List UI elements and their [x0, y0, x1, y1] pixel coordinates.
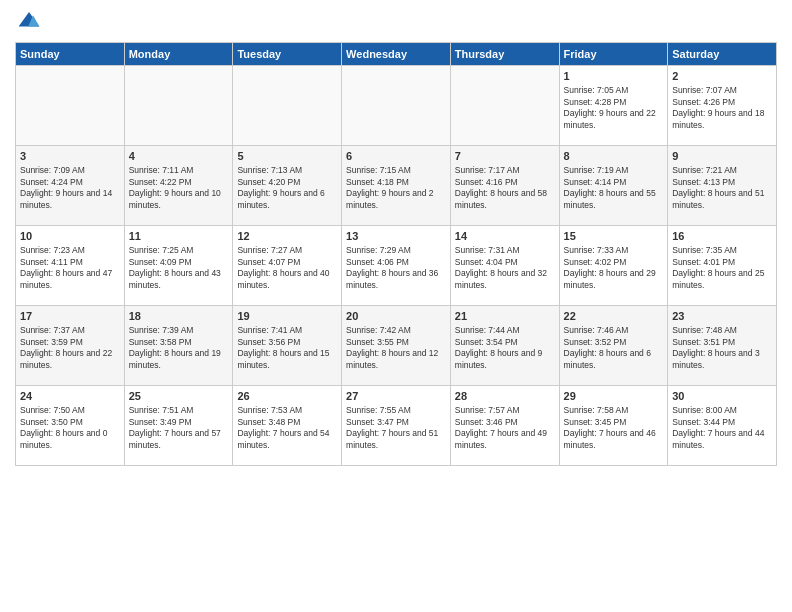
day-info: Sunrise: 7:23 AM Sunset: 4:11 PM Dayligh…: [20, 245, 120, 291]
day-number: 21: [455, 309, 555, 323]
day-cell: 1Sunrise: 7:05 AM Sunset: 4:28 PM Daylig…: [559, 66, 668, 146]
day-cell: 17Sunrise: 7:37 AM Sunset: 3:59 PM Dayli…: [16, 306, 125, 386]
day-cell: [124, 66, 233, 146]
day-number: 23: [672, 309, 772, 323]
week-row-3: 10Sunrise: 7:23 AM Sunset: 4:11 PM Dayli…: [16, 226, 777, 306]
day-info: Sunrise: 7:55 AM Sunset: 3:47 PM Dayligh…: [346, 405, 446, 451]
day-number: 7: [455, 149, 555, 163]
day-cell: 15Sunrise: 7:33 AM Sunset: 4:02 PM Dayli…: [559, 226, 668, 306]
header-cell-thursday: Thursday: [450, 43, 559, 66]
day-info: Sunrise: 7:39 AM Sunset: 3:58 PM Dayligh…: [129, 325, 229, 371]
day-info: Sunrise: 7:51 AM Sunset: 3:49 PM Dayligh…: [129, 405, 229, 451]
day-cell: [16, 66, 125, 146]
day-cell: 16Sunrise: 7:35 AM Sunset: 4:01 PM Dayli…: [668, 226, 777, 306]
day-number: 5: [237, 149, 337, 163]
day-number: 28: [455, 389, 555, 403]
day-info: Sunrise: 7:31 AM Sunset: 4:04 PM Dayligh…: [455, 245, 555, 291]
day-number: 4: [129, 149, 229, 163]
day-cell: 29Sunrise: 7:58 AM Sunset: 3:45 PM Dayli…: [559, 386, 668, 466]
day-info: Sunrise: 7:42 AM Sunset: 3:55 PM Dayligh…: [346, 325, 446, 371]
day-cell: 5Sunrise: 7:13 AM Sunset: 4:20 PM Daylig…: [233, 146, 342, 226]
day-number: 25: [129, 389, 229, 403]
day-cell: 25Sunrise: 7:51 AM Sunset: 3:49 PM Dayli…: [124, 386, 233, 466]
day-cell: [342, 66, 451, 146]
header-cell-friday: Friday: [559, 43, 668, 66]
day-info: Sunrise: 7:53 AM Sunset: 3:48 PM Dayligh…: [237, 405, 337, 451]
day-info: Sunrise: 7:27 AM Sunset: 4:07 PM Dayligh…: [237, 245, 337, 291]
day-info: Sunrise: 7:11 AM Sunset: 4:22 PM Dayligh…: [129, 165, 229, 211]
day-info: Sunrise: 7:35 AM Sunset: 4:01 PM Dayligh…: [672, 245, 772, 291]
day-cell: 3Sunrise: 7:09 AM Sunset: 4:24 PM Daylig…: [16, 146, 125, 226]
day-info: Sunrise: 7:58 AM Sunset: 3:45 PM Dayligh…: [564, 405, 664, 451]
day-number: 15: [564, 229, 664, 243]
week-row-2: 3Sunrise: 7:09 AM Sunset: 4:24 PM Daylig…: [16, 146, 777, 226]
day-info: Sunrise: 7:17 AM Sunset: 4:16 PM Dayligh…: [455, 165, 555, 211]
day-cell: 27Sunrise: 7:55 AM Sunset: 3:47 PM Dayli…: [342, 386, 451, 466]
day-number: 8: [564, 149, 664, 163]
day-cell: 9Sunrise: 7:21 AM Sunset: 4:13 PM Daylig…: [668, 146, 777, 226]
day-number: 18: [129, 309, 229, 323]
day-cell: 13Sunrise: 7:29 AM Sunset: 4:06 PM Dayli…: [342, 226, 451, 306]
day-cell: 21Sunrise: 7:44 AM Sunset: 3:54 PM Dayli…: [450, 306, 559, 386]
day-cell: 23Sunrise: 7:48 AM Sunset: 3:51 PM Dayli…: [668, 306, 777, 386]
day-cell: [233, 66, 342, 146]
day-cell: 2Sunrise: 7:07 AM Sunset: 4:26 PM Daylig…: [668, 66, 777, 146]
day-cell: 10Sunrise: 7:23 AM Sunset: 4:11 PM Dayli…: [16, 226, 125, 306]
day-cell: 12Sunrise: 7:27 AM Sunset: 4:07 PM Dayli…: [233, 226, 342, 306]
day-number: 9: [672, 149, 772, 163]
day-info: Sunrise: 8:00 AM Sunset: 3:44 PM Dayligh…: [672, 405, 772, 451]
day-info: Sunrise: 7:29 AM Sunset: 4:06 PM Dayligh…: [346, 245, 446, 291]
day-info: Sunrise: 7:46 AM Sunset: 3:52 PM Dayligh…: [564, 325, 664, 371]
day-number: 26: [237, 389, 337, 403]
day-number: 16: [672, 229, 772, 243]
header: [15, 10, 777, 34]
day-cell: 6Sunrise: 7:15 AM Sunset: 4:18 PM Daylig…: [342, 146, 451, 226]
week-row-1: 1Sunrise: 7:05 AM Sunset: 4:28 PM Daylig…: [16, 66, 777, 146]
header-cell-wednesday: Wednesday: [342, 43, 451, 66]
day-cell: 22Sunrise: 7:46 AM Sunset: 3:52 PM Dayli…: [559, 306, 668, 386]
day-cell: 11Sunrise: 7:25 AM Sunset: 4:09 PM Dayli…: [124, 226, 233, 306]
day-cell: 28Sunrise: 7:57 AM Sunset: 3:46 PM Dayli…: [450, 386, 559, 466]
logo-icon: [17, 10, 41, 30]
day-number: 17: [20, 309, 120, 323]
day-info: Sunrise: 7:21 AM Sunset: 4:13 PM Dayligh…: [672, 165, 772, 211]
day-info: Sunrise: 7:41 AM Sunset: 3:56 PM Dayligh…: [237, 325, 337, 371]
day-cell: 30Sunrise: 8:00 AM Sunset: 3:44 PM Dayli…: [668, 386, 777, 466]
day-number: 3: [20, 149, 120, 163]
day-info: Sunrise: 7:07 AM Sunset: 4:26 PM Dayligh…: [672, 85, 772, 131]
header-cell-monday: Monday: [124, 43, 233, 66]
day-cell: 24Sunrise: 7:50 AM Sunset: 3:50 PM Dayli…: [16, 386, 125, 466]
day-info: Sunrise: 7:13 AM Sunset: 4:20 PM Dayligh…: [237, 165, 337, 211]
day-number: 14: [455, 229, 555, 243]
logo: [15, 10, 41, 34]
day-info: Sunrise: 7:05 AM Sunset: 4:28 PM Dayligh…: [564, 85, 664, 131]
day-number: 27: [346, 389, 446, 403]
header-cell-saturday: Saturday: [668, 43, 777, 66]
day-number: 2: [672, 69, 772, 83]
day-cell: 7Sunrise: 7:17 AM Sunset: 4:16 PM Daylig…: [450, 146, 559, 226]
day-info: Sunrise: 7:19 AM Sunset: 4:14 PM Dayligh…: [564, 165, 664, 211]
day-cell: 19Sunrise: 7:41 AM Sunset: 3:56 PM Dayli…: [233, 306, 342, 386]
day-number: 22: [564, 309, 664, 323]
day-info: Sunrise: 7:15 AM Sunset: 4:18 PM Dayligh…: [346, 165, 446, 211]
day-number: 29: [564, 389, 664, 403]
day-number: 12: [237, 229, 337, 243]
day-number: 11: [129, 229, 229, 243]
day-number: 20: [346, 309, 446, 323]
header-row: SundayMondayTuesdayWednesdayThursdayFrid…: [16, 43, 777, 66]
day-info: Sunrise: 7:09 AM Sunset: 4:24 PM Dayligh…: [20, 165, 120, 211]
day-number: 1: [564, 69, 664, 83]
day-cell: 20Sunrise: 7:42 AM Sunset: 3:55 PM Dayli…: [342, 306, 451, 386]
day-number: 19: [237, 309, 337, 323]
week-row-5: 24Sunrise: 7:50 AM Sunset: 3:50 PM Dayli…: [16, 386, 777, 466]
week-row-4: 17Sunrise: 7:37 AM Sunset: 3:59 PM Dayli…: [16, 306, 777, 386]
day-number: 13: [346, 229, 446, 243]
day-info: Sunrise: 7:25 AM Sunset: 4:09 PM Dayligh…: [129, 245, 229, 291]
day-info: Sunrise: 7:44 AM Sunset: 3:54 PM Dayligh…: [455, 325, 555, 371]
day-cell: 18Sunrise: 7:39 AM Sunset: 3:58 PM Dayli…: [124, 306, 233, 386]
day-number: 30: [672, 389, 772, 403]
day-number: 6: [346, 149, 446, 163]
day-number: 10: [20, 229, 120, 243]
day-cell: [450, 66, 559, 146]
calendar: SundayMondayTuesdayWednesdayThursdayFrid…: [15, 42, 777, 466]
